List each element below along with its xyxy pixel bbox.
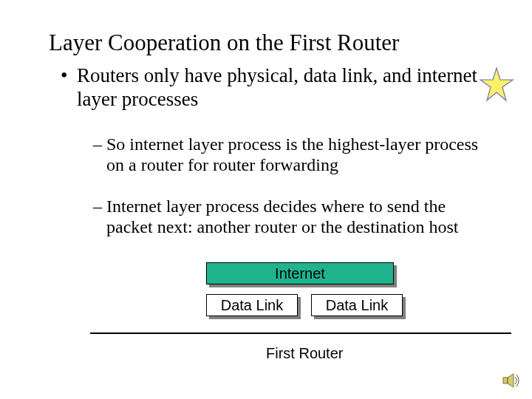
bullet-main: • Routers only have physical, data link,… [77, 64, 491, 112]
bullet-dash: – [93, 196, 102, 216]
diagram-caption: First Router [266, 345, 343, 362]
speaker-icon [502, 372, 522, 389]
bullet-dash: – [93, 134, 102, 154]
datalink-right-label: Data Link [326, 297, 389, 314]
sub-bullet-1-text: So internet layer process is the highest… [106, 134, 478, 174]
svg-marker-0 [480, 68, 513, 100]
svg-marker-2 [508, 374, 514, 387]
star-icon [477, 66, 516, 105]
datalink-right-box: Data Link [311, 294, 403, 316]
bullet-main-text: Routers only have physical, data link, a… [77, 64, 477, 110]
sub-bullet-2-text: Internet layer process decides where to … [106, 197, 459, 236]
internet-label: Internet [275, 265, 325, 282]
sub-bullet-2: – Internet layer process decides where t… [106, 196, 491, 238]
page-title: Layer Cooperation on the First Router [49, 30, 399, 56]
bullet-dot: • [61, 64, 67, 87]
svg-rect-1 [503, 378, 508, 383]
baseline [90, 332, 511, 334]
datalink-left-box: Data Link [206, 294, 298, 316]
sub-bullet-1: – So internet layer process is the highe… [106, 134, 491, 176]
internet-box: Internet [206, 262, 394, 284]
datalink-left-label: Data Link [221, 297, 284, 314]
slide: Layer Cooperation on the First Router • … [0, 0, 532, 399]
